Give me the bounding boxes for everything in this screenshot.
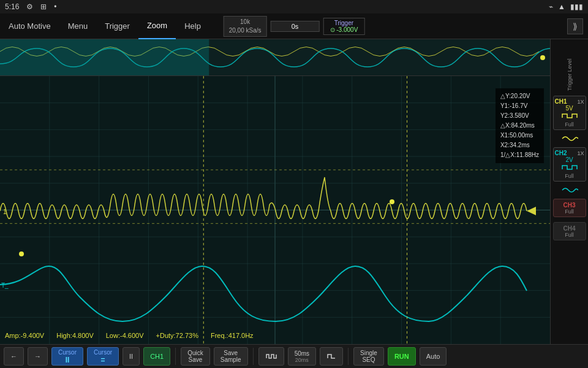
expand-button[interactable]: ⟫	[567, 18, 583, 34]
quick-save-button[interactable]: Quick Save	[181, 347, 210, 366]
ch1-waveform-icon	[561, 112, 578, 120]
cursor-i-sub: II	[66, 356, 70, 364]
ch2-scale: 1X	[577, 150, 584, 156]
run-button[interactable]: RUN	[388, 347, 416, 366]
overview-waveform-svg	[0, 39, 550, 75]
trigger-info-box: Trigger ⊙ -3.000V	[323, 18, 365, 35]
dot-icon: •	[54, 2, 56, 11]
ch1-sub: Full	[555, 121, 584, 128]
save-sample-button[interactable]: Save Sample	[214, 347, 248, 366]
nav-trigger[interactable]: Trigger	[96, 13, 138, 39]
sample-rate-box: 10k 20,00 kSa/s	[224, 16, 267, 37]
settings-icon: ⚙	[26, 2, 33, 11]
ch1-button[interactable]: CH1 1X 5V Full	[553, 96, 586, 130]
trigger-mode-button[interactable]	[320, 347, 343, 366]
scope-display[interactable]: 1 T_ △Y:20.20V Y1:-16.7V Y2:3.580V △X:84…	[0, 76, 550, 344]
right-panel: Trigger Level CH1 1X 5V Full CH2 1X 2V	[550, 39, 588, 344]
scroll-right-button[interactable]: →	[28, 347, 48, 366]
ch1-label: CH1	[555, 98, 567, 105]
bluetooth-icon: ⌁	[549, 2, 553, 11]
measurement-overlay: △Y:20.20V Y1:-16.7V Y2:3.580V △X:84.20ms…	[496, 88, 544, 163]
overview-marker	[540, 55, 545, 60]
ch2-label: CH2	[555, 150, 567, 156]
overview-strip	[0, 39, 550, 76]
status-bar-right: ⌁ ▲ ▮▮▮	[549, 2, 583, 11]
wifi-icon: ▲	[558, 2, 565, 11]
scope-area: 1 T_ △Y:20.20V Y1:-16.7V Y2:3.580V △X:84…	[0, 39, 550, 344]
nav-bar: Auto Motive Menu Trigger Zoom Help 10k 2…	[0, 13, 588, 39]
cursor-ii-label: Cursor	[94, 349, 112, 356]
main-area: 1 T_ △Y:20.20V Y1:-16.7V Y2:3.580V △X:84…	[0, 39, 588, 344]
ch1-voltage: 5V	[555, 105, 584, 112]
ch2-sine-icon	[561, 185, 578, 195]
nav-right: ⟫	[567, 13, 588, 39]
cursor-i-label: Cursor	[58, 349, 77, 356]
nav-zoom[interactable]: Zoom	[138, 13, 176, 39]
ch2-voltage: 2V	[555, 156, 584, 163]
time-per-div-button[interactable]: 50ms 20ms	[288, 347, 316, 366]
waveform-type-icon	[265, 352, 277, 361]
time-position-box[interactable]: 0s	[271, 21, 320, 32]
ch3-label: CH3	[563, 202, 575, 209]
ch4-sub: Full	[555, 232, 584, 238]
status-bar-left: 5:16 ⚙ ⊞ •	[5, 2, 57, 11]
nav-help[interactable]: Help	[176, 13, 209, 39]
svg-rect-0	[0, 39, 209, 75]
ch1-scale: 1X	[577, 99, 584, 105]
grid-icon: ⊞	[40, 2, 47, 11]
divider-3	[348, 348, 349, 365]
svg-point-28	[19, 251, 24, 256]
time-display: 5:16	[5, 2, 19, 11]
ch1-sine-icon	[561, 134, 578, 144]
ch4-label: CH4	[563, 225, 575, 232]
svg-marker-25	[527, 207, 536, 215]
nav-center-controls: 10k 20,00 kSa/s 0s Trigger ⊙ -3.000V	[224, 16, 365, 37]
divider-1	[175, 348, 176, 365]
battery-icon: ▮▮▮	[570, 2, 583, 11]
ch3-sub: Full	[555, 209, 584, 215]
pause-button[interactable]: II	[123, 347, 140, 366]
bottom-measurements: Amp:-9.400V High:4.800V Low:-4.600V +Dut…	[5, 332, 254, 339]
waveform-type-button[interactable]	[258, 347, 284, 366]
svg-point-29	[390, 199, 394, 204]
status-bar: 5:16 ⚙ ⊞ • ⌁ ▲ ▮▮▮	[0, 0, 588, 13]
ch1-select-button[interactable]: CH1	[143, 347, 170, 366]
cursor-ii-sub: =	[101, 356, 105, 364]
ch2-waveform-icon	[561, 163, 578, 172]
cursor-i-button[interactable]: Cursor II	[51, 347, 83, 366]
nav-menu[interactable]: Menu	[59, 13, 97, 39]
scroll-left-button[interactable]: ←	[4, 347, 24, 366]
cursor-ii-button[interactable]: Cursor =	[87, 347, 119, 366]
waveform-svg: 1 T_	[0, 76, 550, 344]
nav-auto-motive[interactable]: Auto Motive	[0, 13, 59, 39]
trigger-level-label: Trigger Level	[567, 42, 573, 91]
bottom-toolbar: ← → Cursor II Cursor = II CH1 Quick Save…	[0, 344, 588, 368]
single-seq-button[interactable]: Single SEQ	[353, 347, 384, 366]
trigger-icon	[326, 352, 336, 361]
ch3-button[interactable]: CH3 Full	[553, 199, 586, 217]
ch2-button[interactable]: CH2 1X 2V Full	[553, 147, 586, 182]
auto-button[interactable]: Auto	[420, 347, 447, 366]
svg-text:1: 1	[3, 209, 7, 215]
divider-2	[253, 348, 254, 365]
ch2-sub: Full	[555, 173, 584, 179]
svg-text:T_: T_	[1, 282, 9, 289]
ch4-button[interactable]: CH4 Full	[553, 222, 586, 240]
